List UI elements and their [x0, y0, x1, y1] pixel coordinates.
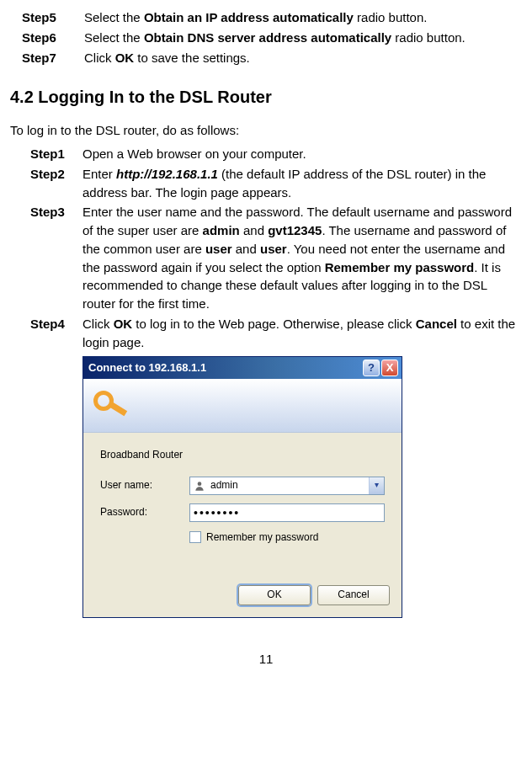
- bold-text: user: [260, 242, 287, 256]
- text: radio button.: [391, 30, 466, 45]
- chevron-down-icon[interactable]: ▾: [369, 477, 384, 494]
- step-3: Step3 Enter the user name and the passwo…: [10, 203, 522, 313]
- close-button[interactable]: X: [381, 360, 398, 376]
- svg-point-0: [198, 482, 202, 486]
- button-label: OK: [267, 588, 281, 602]
- section-heading: 4.2 Logging In to the DSL Router: [10, 85, 522, 109]
- step-label: Step7: [22, 49, 84, 67]
- step-label: Step2: [30, 165, 82, 202]
- dialog-body: Broadband Router User name: admin ▾ Pass…: [83, 433, 402, 577]
- username-combo[interactable]: admin ▾: [189, 477, 385, 495]
- login-dialog: Connect to 192.168.1.1 ? X Broadband Rou…: [82, 356, 402, 618]
- step-1: Step1 Open a Web browser on your compute…: [10, 145, 522, 163]
- help-icon: ?: [368, 360, 375, 376]
- text: Click: [84, 51, 115, 65]
- bold-text: Cancel: [416, 317, 457, 331]
- step-text: Select the Obtain an IP address automati…: [84, 8, 522, 27]
- text: Select the: [84, 10, 144, 24]
- text: to save the settings.: [134, 51, 250, 65]
- url-text: http://192.168.1.1: [116, 167, 218, 181]
- username-value: admin: [210, 478, 369, 493]
- remember-checkbox[interactable]: [189, 531, 201, 543]
- bold-text: admin: [203, 223, 240, 237]
- remember-row: Remember my password: [100, 530, 385, 545]
- step-label: Step4: [30, 315, 82, 352]
- step-2: Step2 Enter http://192.168.1.1 (the defa…: [10, 165, 522, 202]
- bold-text: OK: [115, 51, 135, 65]
- router-label: Broadband Router: [100, 448, 385, 462]
- intro-text: To log in to the DSL router, do as follo…: [10, 121, 522, 140]
- bold-text: gvt12345: [268, 223, 322, 237]
- username-row: User name: admin ▾: [100, 477, 385, 495]
- button-label: Cancel: [338, 588, 369, 602]
- text: to log in to the Web page. Otherwise, pl…: [132, 317, 416, 331]
- page-number: 11: [10, 650, 522, 668]
- username-label: User name:: [100, 478, 189, 493]
- step-label: Step5: [22, 8, 84, 27]
- step-text: Open a Web browser on your computer.: [82, 145, 522, 163]
- dialog-banner: [83, 379, 402, 433]
- pre-step-5: Step5 Select the Obtain an IP address au…: [10, 8, 522, 27]
- ok-button[interactable]: OK: [238, 585, 311, 605]
- step-label: Step1: [30, 145, 82, 163]
- dialog-buttons: OK Cancel: [83, 577, 402, 617]
- step-text: Enter http://192.168.1.1 (the default IP…: [82, 165, 522, 202]
- text: radio button.: [354, 10, 428, 24]
- bold-text: user: [205, 242, 232, 256]
- pre-step-7: Step7 Click OK to save the settings.: [10, 49, 522, 67]
- text: Select the: [84, 30, 144, 45]
- bold-text: Obtain DNS server address automatically: [144, 30, 391, 45]
- close-icon: X: [386, 360, 394, 376]
- key-icon: [93, 389, 127, 423]
- cancel-button[interactable]: Cancel: [317, 585, 390, 605]
- remember-label: Remember my password: [206, 530, 318, 545]
- password-input[interactable]: [189, 503, 385, 522]
- step-text: Select the Obtain DNS server address aut…: [84, 29, 522, 47]
- step-label: Step6: [22, 29, 84, 47]
- dialog-title: Connect to 192.168.1.1: [88, 360, 361, 376]
- bold-text: OK: [114, 317, 133, 331]
- password-row: Password:: [100, 503, 385, 522]
- password-label: Password:: [100, 505, 189, 519]
- step-4: Step4 Click OK to log in to the Web page…: [10, 315, 522, 352]
- step-text: Enter the user name and the password. Th…: [82, 203, 522, 313]
- titlebar: Connect to 192.168.1.1 ? X: [83, 357, 402, 379]
- text: and: [232, 242, 260, 256]
- bold-text: Obtain an IP address automatically: [144, 10, 354, 24]
- dialog-screenshot: Connect to 192.168.1.1 ? X Broadband Rou…: [10, 356, 522, 618]
- text: Enter: [82, 167, 116, 181]
- step-text: Click OK to log in to the Web page. Othe…: [82, 315, 522, 352]
- text: and: [240, 223, 268, 237]
- step-text: Click OK to save the settings.: [84, 49, 522, 67]
- pre-step-6: Step6 Select the Obtain DNS server addre…: [10, 29, 522, 47]
- text: Click: [82, 317, 114, 331]
- bold-text: Remember my password: [325, 260, 475, 274]
- step-label: Step3: [30, 203, 82, 313]
- person-icon: [194, 480, 205, 492]
- help-button[interactable]: ?: [363, 360, 380, 376]
